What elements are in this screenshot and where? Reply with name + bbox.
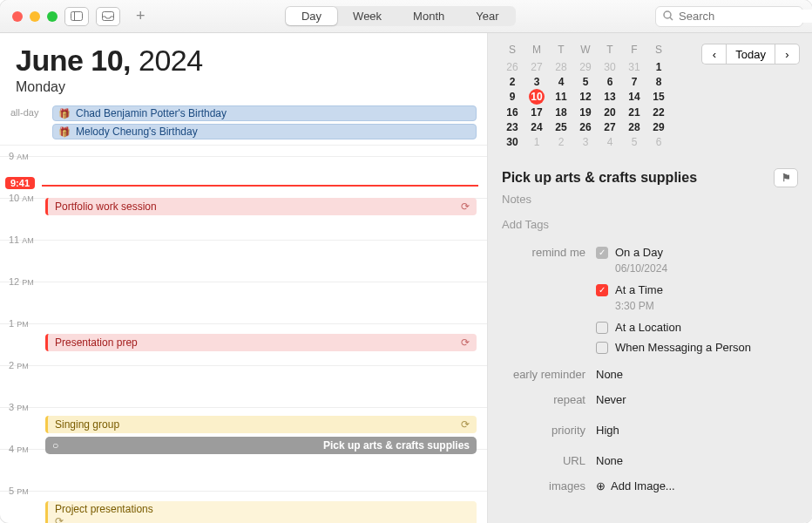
mini-cal-day[interactable]: 9 bbox=[500, 89, 524, 105]
inspector-panel: SMTWTFS262728293031123456789101112131415… bbox=[488, 33, 812, 523]
url-value[interactable]: None bbox=[596, 454, 798, 467]
flag-button[interactable]: ⚑ bbox=[774, 168, 798, 187]
timeline[interactable]: 8 AM9 AM10 AM11 AM12 PM1 PM2 PM3 PM4 PM5… bbox=[0, 146, 487, 523]
all-day-event[interactable]: Chad Benjamin Potter's Birthday bbox=[52, 105, 477, 121]
early-reminder-value[interactable]: None bbox=[596, 368, 798, 381]
tags-field[interactable]: Add Tags bbox=[502, 218, 798, 231]
at-a-location-checkbox[interactable]: At a Location bbox=[596, 321, 798, 334]
hour-label: 4 PM bbox=[9, 444, 29, 454]
mini-cal-day[interactable]: 11 bbox=[549, 89, 573, 105]
calendar-event[interactable]: Singing group⟳ bbox=[45, 416, 477, 433]
mini-cal-day[interactable]: 28 bbox=[622, 119, 646, 134]
window-toolbar: + DayWeekMonthYear bbox=[0, 0, 812, 33]
view-segmented-control: DayWeekMonthYear bbox=[285, 6, 516, 26]
mini-cal-day[interactable]: 6 bbox=[598, 74, 622, 89]
day-view: June 10, 2024 Monday all-day Chad Benjam… bbox=[0, 33, 488, 523]
mini-cal-day[interactable]: 19 bbox=[573, 105, 598, 119]
zoom-window-button[interactable] bbox=[47, 11, 58, 22]
event-title: Presentation prep bbox=[55, 336, 138, 349]
mini-cal-day[interactable]: 10 bbox=[524, 89, 549, 105]
next-month-button[interactable]: › bbox=[775, 44, 800, 65]
mini-cal-day[interactable]: 8 bbox=[646, 74, 671, 89]
event-title: Project presentations bbox=[55, 503, 153, 515]
view-tab-day[interactable]: Day bbox=[286, 7, 337, 25]
checkbox-checked-icon: ✓ bbox=[596, 247, 608, 259]
search-field[interactable] bbox=[655, 6, 803, 27]
at-a-time-checkbox[interactable]: ✓ At a Time bbox=[596, 283, 798, 296]
mini-cal-day[interactable]: 23 bbox=[500, 119, 524, 134]
search-input[interactable] bbox=[679, 10, 812, 23]
mini-cal-day[interactable]: 29 bbox=[573, 59, 598, 74]
close-window-button[interactable] bbox=[12, 11, 23, 22]
inbox-button[interactable] bbox=[96, 7, 120, 26]
mini-cal-dow: S bbox=[500, 44, 524, 59]
mini-cal-day[interactable]: 3 bbox=[524, 74, 549, 89]
mini-cal-day[interactable]: 14 bbox=[622, 89, 646, 105]
notes-field[interactable]: Notes bbox=[502, 193, 798, 206]
mini-cal-day[interactable]: 7 bbox=[622, 74, 646, 89]
window-controls bbox=[9, 11, 58, 22]
mini-cal-day[interactable]: 17 bbox=[524, 105, 549, 119]
calendar-event[interactable]: Project presentations⟳5 – 7 PM bbox=[45, 501, 477, 523]
hour-label: 9 AM bbox=[9, 151, 29, 161]
hour-row: 11 AM bbox=[0, 240, 487, 282]
repeat-label: repeat bbox=[502, 393, 596, 406]
mini-cal-day[interactable]: 2 bbox=[549, 134, 573, 149]
calendar-event[interactable]: Presentation prep⟳ bbox=[45, 334, 477, 351]
current-time-line bbox=[42, 185, 478, 187]
mini-cal-day[interactable]: 27 bbox=[598, 119, 622, 134]
repeat-value[interactable]: Never bbox=[596, 393, 798, 406]
mini-cal-day[interactable]: 26 bbox=[500, 59, 524, 74]
view-tab-week[interactable]: Week bbox=[337, 7, 397, 25]
calendar-event[interactable]: Pick up arts & crafts supplies bbox=[45, 437, 477, 454]
mini-cal-day[interactable]: 13 bbox=[598, 89, 622, 105]
mini-cal-day[interactable]: 27 bbox=[524, 59, 549, 74]
mini-cal-day[interactable]: 30 bbox=[500, 134, 524, 149]
mini-cal-day[interactable]: 26 bbox=[573, 119, 598, 134]
reminder-title[interactable]: Pick up arts & crafts supplies bbox=[502, 170, 697, 186]
add-event-button[interactable]: + bbox=[136, 7, 145, 25]
on-a-day-checkbox[interactable]: ✓ On a Day bbox=[596, 246, 798, 259]
sidebar-toggle-button[interactable] bbox=[64, 7, 89, 26]
svg-point-3 bbox=[664, 11, 671, 18]
mini-cal-day[interactable]: 20 bbox=[598, 105, 622, 119]
add-image-button[interactable]: Add Image... bbox=[596, 479, 798, 492]
hour-label: 5 PM bbox=[9, 486, 29, 496]
mini-cal-day[interactable]: 29 bbox=[646, 119, 671, 134]
mini-cal-day[interactable]: 1 bbox=[524, 134, 549, 149]
mini-cal-day[interactable]: 28 bbox=[549, 59, 573, 74]
calendar-event[interactable]: Portfolio work session⟳ bbox=[45, 198, 477, 215]
mini-cal-day[interactable]: 16 bbox=[500, 105, 524, 119]
priority-value[interactable]: High bbox=[596, 424, 798, 437]
when-messaging-checkbox[interactable]: When Messaging a Person bbox=[596, 341, 798, 354]
mini-cal-day[interactable]: 2 bbox=[500, 74, 524, 89]
mini-cal-day[interactable]: 4 bbox=[549, 74, 573, 89]
view-tab-year[interactable]: Year bbox=[460, 7, 514, 25]
date-header: June 10, 2024 Monday bbox=[0, 33, 487, 100]
mini-cal-day[interactable]: 5 bbox=[622, 134, 646, 149]
mini-cal-dow: F bbox=[622, 44, 646, 59]
mini-cal-day[interactable]: 25 bbox=[549, 119, 573, 134]
today-button[interactable]: Today bbox=[726, 44, 775, 65]
mini-cal-day[interactable]: 21 bbox=[622, 105, 646, 119]
mini-cal-day[interactable]: 3 bbox=[573, 134, 598, 149]
mini-cal-day[interactable]: 24 bbox=[524, 119, 549, 134]
mini-cal-day[interactable]: 6 bbox=[646, 134, 671, 149]
minimize-window-button[interactable] bbox=[30, 11, 40, 22]
mini-cal-day[interactable]: 30 bbox=[598, 59, 622, 74]
at-a-time-value[interactable]: 3:30 PM bbox=[615, 300, 654, 312]
mini-cal-day[interactable]: 18 bbox=[549, 105, 573, 119]
mini-calendar[interactable]: SMTWTFS262728293031123456789101112131415… bbox=[500, 44, 671, 149]
mini-cal-day[interactable]: 1 bbox=[646, 59, 671, 74]
mini-cal-day[interactable]: 12 bbox=[573, 89, 598, 105]
mini-cal-day[interactable]: 4 bbox=[598, 134, 622, 149]
all-day-event[interactable]: Melody Cheung's Birthday bbox=[52, 124, 477, 139]
mini-cal-day[interactable]: 31 bbox=[622, 59, 646, 74]
prev-month-button[interactable]: ‹ bbox=[701, 44, 726, 65]
mini-cal-day[interactable]: 15 bbox=[646, 89, 671, 105]
view-tab-month[interactable]: Month bbox=[397, 7, 460, 25]
event-title: Singing group bbox=[55, 418, 119, 431]
on-a-day-value[interactable]: 06/10/2024 bbox=[615, 262, 667, 275]
mini-cal-day[interactable]: 5 bbox=[573, 74, 598, 89]
mini-cal-day[interactable]: 22 bbox=[646, 105, 671, 119]
